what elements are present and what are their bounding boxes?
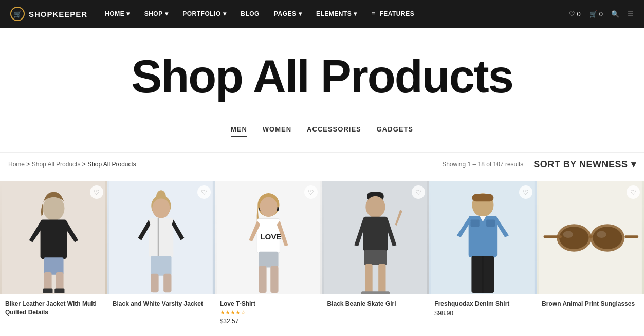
nav-item-blog[interactable]: BLOG — [233, 1, 267, 27]
chevron-down-icon: ▾ — [299, 10, 302, 17]
tab-gadgets[interactable]: GADGETS — [377, 125, 413, 137]
product-image-5: ♡ — [537, 181, 644, 294]
nav-item-pages[interactable]: PAGES ▾ — [267, 1, 309, 27]
svg-rect-14 — [151, 256, 171, 275]
svg-rect-38 — [471, 220, 480, 227]
menu-button[interactable]: ☰ — [628, 10, 634, 18]
nav-item-home[interactable]: HOME ▾ — [98, 1, 137, 27]
product-image-2: LOVE ♡ — [215, 181, 322, 294]
product-stars-2: ★★★★☆ — [220, 309, 317, 316]
product-card-5[interactable]: ♡ Brown Animal Print Sunglasses — [537, 181, 644, 328]
hero-section: Shop All Products — [0, 28, 644, 115]
wishlist-button-1[interactable]: ♡ — [197, 185, 211, 199]
svg-rect-13 — [158, 218, 159, 258]
wishlist-button-0[interactable]: ♡ — [90, 185, 103, 199]
chevron-down-icon: ▾ — [126, 10, 130, 17]
svg-point-11 — [152, 198, 170, 218]
breadcrumb-separator-2: > — [82, 161, 87, 168]
tab-men[interactable]: MEN — [231, 125, 247, 137]
svg-rect-29 — [363, 217, 388, 251]
product-figure-0 — [0, 181, 107, 294]
nav-link-features[interactable]: ≡ FEATURES — [364, 1, 421, 27]
chevron-down-icon: ▾ — [223, 10, 227, 17]
svg-rect-23 — [259, 252, 278, 268]
hamburger-icon: ☰ — [628, 10, 634, 18]
tab-accessories[interactable]: ACCESSORIES — [307, 125, 361, 137]
svg-rect-32 — [379, 264, 386, 293]
search-icon: 🔍 — [611, 10, 619, 18]
svg-rect-6 — [43, 289, 52, 294]
product-figure-3 — [322, 181, 429, 294]
product-info-4: Freshquodax Denim Shirt $98.90 — [429, 294, 537, 320]
svg-rect-16 — [163, 274, 171, 292]
product-card-2[interactable]: LOVE ♡ Love T-Shirt ★★★★☆ $32.57 — [215, 181, 322, 328]
product-name-0: Biker Leather Jacket With Multi Quilted … — [5, 300, 102, 317]
lines-icon: ≡ — [372, 10, 376, 17]
svg-rect-15 — [151, 274, 158, 292]
product-grid: ♡ Biker Leather Jacket With Multi Quilte… — [0, 176, 644, 333]
product-card-1[interactable]: ♡ Black and White Varsity Jacket — [107, 181, 215, 328]
nav-link-shop[interactable]: SHOP ▾ — [137, 1, 176, 27]
svg-rect-24 — [259, 266, 266, 293]
search-button[interactable]: 🔍 — [611, 10, 619, 18]
wishlist-button[interactable]: ♡ 0 — [569, 10, 581, 18]
product-image-1: ♡ — [107, 181, 215, 294]
product-price-2: $32.57 — [220, 318, 317, 325]
nav-link-home[interactable]: HOME ▾ — [98, 1, 137, 27]
product-card-4[interactable]: ♡ Freshquodax Denim Shirt $98.90 — [429, 181, 537, 328]
product-info-1: Black and White Varsity Jacket — [107, 294, 215, 311]
wishlist-button-4[interactable]: ♡ — [519, 185, 532, 199]
product-card-0[interactable]: ♡ Biker Leather Jacket With Multi Quilte… — [0, 181, 107, 328]
svg-rect-2 — [41, 220, 67, 259]
breadcrumb-home-link[interactable]: Home — [8, 161, 25, 168]
svg-rect-7 — [54, 289, 64, 294]
nav-link-portfolio[interactable]: PORTFOLIO ▾ — [175, 1, 233, 27]
svg-point-46 — [593, 227, 622, 249]
nav-item-shop[interactable]: SHOP ▾ — [137, 1, 176, 27]
nav-link-blog[interactable]: BLOG — [233, 1, 267, 27]
logo-text: SHOPKEEPER — [29, 10, 87, 18]
svg-point-20 — [260, 197, 277, 217]
breadcrumb-shop-link[interactable]: Shop All Products — [32, 161, 81, 168]
nav-item-elements[interactable]: ELEMENTS ▾ — [309, 1, 364, 27]
product-image-4: ♡ — [429, 181, 537, 294]
svg-rect-3 — [44, 257, 63, 274]
product-name-5: Brown Animal Print Sunglasses — [542, 300, 639, 308]
svg-point-28 — [366, 196, 385, 218]
breadcrumb-current: Shop All Products — [87, 161, 136, 168]
product-figure-4 — [429, 181, 537, 294]
product-price-4: $98.90 — [434, 310, 531, 317]
product-info-2: Love T-Shirt ★★★★☆ $32.57 — [215, 294, 322, 328]
page-title: Shop All Products — [10, 53, 634, 100]
product-name-4: Freshquodax Denim Shirt — [434, 300, 531, 308]
logo-icon: 🛒 — [10, 7, 25, 21]
logo-link[interactable]: 🛒 SHOPKEEPER — [10, 7, 87, 21]
product-name-3: Black Beanie Skate Girl — [327, 300, 424, 308]
svg-point-50 — [563, 231, 573, 238]
svg-rect-47 — [589, 235, 593, 238]
svg-rect-49 — [625, 235, 639, 238]
nav-item-features[interactable]: ≡ FEATURES — [364, 1, 421, 27]
sort-dropdown[interactable]: SORT BY NEWNESS ▾ — [533, 159, 636, 170]
product-figure-5 — [537, 181, 644, 294]
svg-rect-30 — [364, 250, 387, 265]
product-info-0: Biker Leather Jacket With Multi Quilted … — [0, 294, 107, 320]
svg-rect-39 — [486, 220, 495, 227]
product-figure-1 — [107, 181, 215, 294]
nav-link-pages[interactable]: PAGES ▾ — [267, 1, 309, 27]
heart-icon: ♡ — [569, 10, 575, 18]
toolbar-right: Showing 1 – 18 of 107 results SORT BY NE… — [442, 159, 636, 170]
svg-text:LOVE: LOVE — [260, 232, 282, 241]
svg-rect-48 — [544, 235, 562, 238]
product-name-2: Love T-Shirt — [220, 300, 317, 308]
chevron-down-icon: ▾ — [354, 10, 357, 17]
nav-item-portfolio[interactable]: PORTFOLIO ▾ — [175, 1, 233, 27]
nav-link-elements[interactable]: ELEMENTS ▾ — [309, 1, 364, 27]
svg-point-51 — [597, 231, 606, 238]
wishlist-button-5[interactable]: ♡ — [627, 185, 640, 199]
tab-women[interactable]: WOMEN — [263, 125, 291, 137]
product-info-3: Black Beanie Skate Girl — [322, 294, 429, 311]
cart-button[interactable]: 🛒 0 — [589, 10, 603, 18]
product-card-3[interactable]: ♡ Black Beanie Skate Girl — [322, 181, 429, 328]
svg-point-1 — [43, 196, 64, 221]
